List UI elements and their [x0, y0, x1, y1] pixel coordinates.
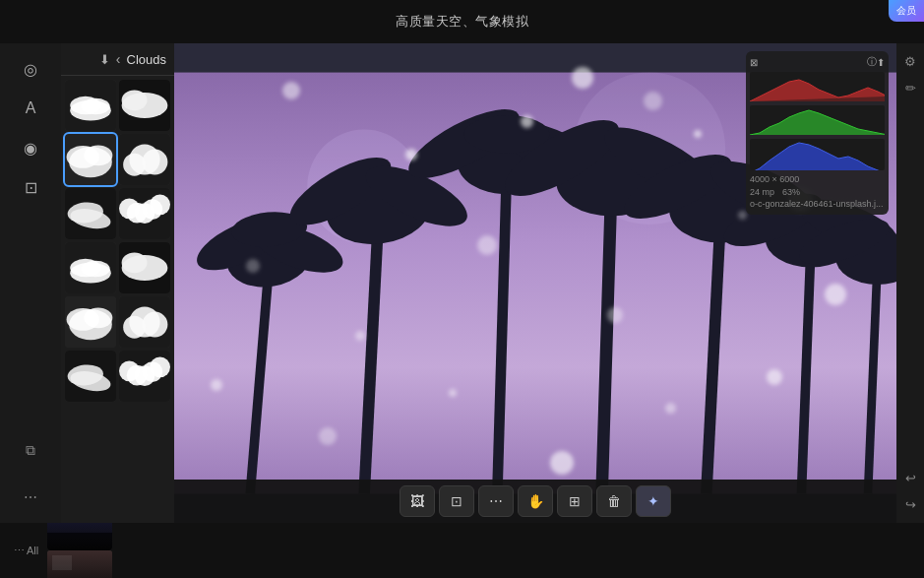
sidebar-layers-icon[interactable]: ⧉ — [13, 432, 48, 468]
hist-megapixels: 24 mp — [750, 186, 774, 199]
histogram-blue — [750, 139, 885, 170]
histogram-panel: ⊠ ⓘ ⬆ — [746, 51, 889, 215]
histogram-info: 4000 × 6000 24 mp 63% o-c-gonzalez-40646… — [750, 173, 885, 211]
cloud-grid — [61, 76, 174, 406]
right-panel: ⚙ ✏ ↩ ↪ — [896, 43, 924, 523]
back-button[interactable]: ‹ — [116, 51, 121, 67]
dots-icon: ⋯ — [14, 545, 25, 557]
main-canvas: ⊠ ⓘ ⬆ — [174, 43, 896, 523]
sidebar-pin-icon[interactable]: ◉ — [13, 130, 48, 165]
grid-tool-button[interactable]: ⊞ — [557, 485, 592, 517]
histogram-share-icon[interactable]: ⬆ — [877, 57, 885, 68]
cloud-thumb-4[interactable] — [119, 134, 170, 185]
all-label: All — [27, 545, 38, 556]
cloud-thumb-11[interactable] — [65, 351, 116, 402]
cloud-thumb-12[interactable] — [119, 351, 170, 402]
image-tool-button[interactable]: 🖼 — [400, 485, 435, 517]
member-badge[interactable]: 会员 — [889, 0, 924, 22]
hist-filename: o-c-gonzalez-406461-unsplash.j... — [750, 198, 885, 211]
cloud-thumb-5[interactable] — [65, 188, 116, 239]
histogram-green — [750, 105, 885, 137]
histogram-expand-icon[interactable]: ⊠ — [750, 57, 758, 68]
cloud-thumb-9[interactable] — [65, 296, 116, 348]
hist-dimensions: 4000 × 6000 — [750, 173, 885, 186]
left-sidebar: ◎ A ◉ ⊡ ⧉ ⋯ — [0, 43, 61, 523]
histogram-info-icon[interactable]: ⓘ — [867, 55, 877, 69]
right-undo-icon[interactable]: ↩ — [902, 468, 919, 488]
delete-tool-button[interactable]: 🗑 — [596, 485, 632, 517]
right-edit-icon[interactable]: ✏ — [902, 78, 919, 98]
sidebar-more-icon[interactable]: ⋯ — [13, 480, 48, 515]
right-redo-icon[interactable]: ↪ — [902, 494, 919, 515]
bottom-toolbar: 🖼 ⊡ ⋯ ✋ ⊞ 🗑 ✦ — [174, 480, 896, 523]
cloud-thumb-1[interactable] — [65, 80, 116, 131]
sidebar-heal-icon[interactable]: ◎ — [13, 51, 48, 87]
stamp-tool-button[interactable]: ✦ — [636, 485, 671, 517]
cloud-thumb-6[interactable] — [119, 188, 170, 239]
page-title: 高质量天空、气象模拟 — [396, 13, 528, 31]
sidebar-text-icon[interactable]: A — [13, 91, 48, 126]
film-thumb-7[interactable] — [47, 550, 112, 578]
hand-tool-button[interactable]: ✋ — [518, 485, 553, 517]
crop-tool-button[interactable]: ⊡ — [439, 485, 474, 517]
clouds-header: ⬇ ‹ Clouds — [61, 43, 174, 76]
folder-title: Clouds — [127, 52, 166, 67]
cloud-thumb-2[interactable] — [119, 80, 170, 131]
cloud-thumb-7[interactable] — [65, 242, 116, 293]
right-settings-icon[interactable]: ⚙ — [901, 51, 919, 72]
filmstrip-thumbs — [47, 523, 112, 578]
cloud-thumb-3[interactable] — [65, 134, 116, 185]
hist-zoom: 63% — [782, 186, 800, 199]
cloud-thumb-10[interactable] — [119, 296, 170, 348]
clouds-panel: ⬇ ‹ Clouds — [61, 43, 174, 523]
film-thumb-6[interactable] — [47, 523, 112, 550]
download-button[interactable]: ⬇ — [99, 52, 110, 67]
more-tool-button[interactable]: ⋯ — [478, 485, 514, 517]
histogram-red — [750, 72, 885, 103]
top-bar: 高质量天空、气象模拟 会员 — [0, 0, 924, 43]
cloud-thumb-8[interactable] — [119, 242, 170, 293]
filmstrip[interactable]: ⋯ All — [0, 523, 924, 578]
sidebar-crop-icon[interactable]: ⊡ — [13, 169, 48, 205]
filmstrip-dots-menu[interactable]: ⋯ All — [8, 545, 44, 557]
histogram-controls: ⊠ ⓘ ⬆ — [750, 55, 885, 69]
